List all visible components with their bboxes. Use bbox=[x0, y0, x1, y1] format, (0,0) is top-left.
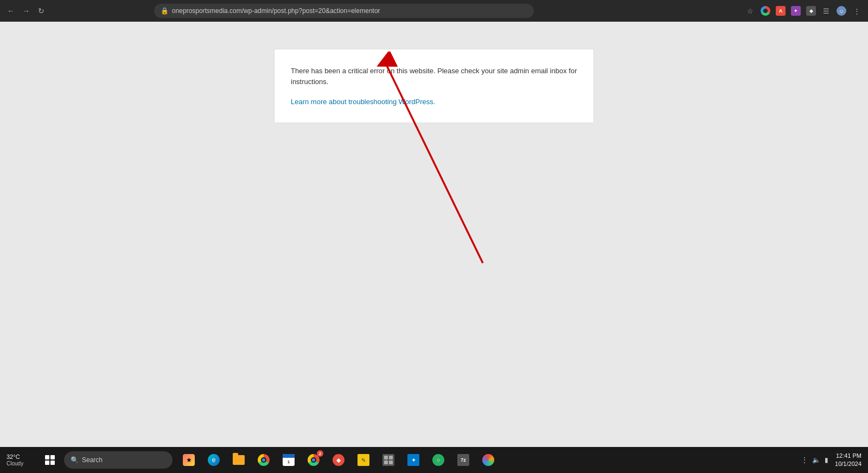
taskbar-app-last[interactable] bbox=[476, 447, 500, 473]
ext-icon-dark[interactable]: ◆ bbox=[805, 5, 817, 17]
content-area: There has been a critical error on this … bbox=[0, 22, 868, 447]
error-box: There has been a critical error on this … bbox=[274, 49, 594, 123]
search-label: Search bbox=[82, 456, 103, 464]
troubleshoot-link[interactable]: Learn more about troubleshooting WordPre… bbox=[291, 98, 435, 106]
taskbar-system-icons: ⋮ 🔈 ▮ bbox=[801, 456, 828, 464]
chrome-circle-icon[interactable] bbox=[760, 5, 771, 17]
user-avatar[interactable]: ☺ bbox=[835, 5, 847, 17]
taskbar-app-wave[interactable]: ○ bbox=[426, 447, 450, 473]
weather-desc: Cloudy bbox=[7, 461, 23, 466]
address-bar[interactable]: 🔒 oneprosportsmedia.com/wp-admin/post.ph… bbox=[154, 4, 534, 18]
taskbar-app-grid[interactable] bbox=[376, 447, 400, 473]
taskbar-app-chrome2[interactable]: 2 bbox=[302, 447, 326, 473]
lock-icon: 🔒 bbox=[161, 7, 169, 15]
forward-button[interactable]: → bbox=[21, 5, 31, 16]
network-icon[interactable]: ⋮ bbox=[801, 456, 808, 464]
taskbar-app-vscode[interactable]: ✦ bbox=[401, 447, 425, 473]
taskbar-app-notes[interactable]: ✎ bbox=[352, 447, 375, 473]
taskbar-app-calendar[interactable]: 1 bbox=[277, 447, 301, 473]
taskbar-weather: 32°C Cloudy bbox=[0, 453, 38, 466]
ext-icon-purple[interactable]: ✦ bbox=[790, 5, 802, 17]
search-icon: 🔍 bbox=[71, 456, 79, 464]
volume-icon[interactable]: 🔈 bbox=[812, 456, 820, 464]
time-display: 12:41 PM bbox=[835, 452, 861, 460]
extensions-icon[interactable]: ☰ bbox=[820, 5, 832, 17]
windows-logo-icon bbox=[45, 455, 55, 465]
taskbar-app-edge[interactable]: e bbox=[202, 447, 226, 473]
weather-temp: 32°C bbox=[7, 453, 20, 460]
taskbar-app-red[interactable]: ◆ bbox=[327, 447, 350, 473]
reload-button[interactable]: ↻ bbox=[36, 5, 47, 16]
taskbar-app-icons: ★ e 1 2 bbox=[177, 447, 500, 473]
date-display: 10/1/2024 bbox=[835, 460, 861, 468]
taskbar-clock[interactable]: 12:41 PM 10/1/2024 bbox=[835, 452, 861, 469]
taskbar-app-7zip[interactable]: 7z bbox=[451, 447, 475, 473]
browser-actions: ☆ A ✦ ◆ ☰ ☺ ⋮ bbox=[744, 5, 863, 17]
menu-dots-icon[interactable]: ⋮ bbox=[851, 5, 863, 17]
ext-icon-red[interactable]: A bbox=[775, 5, 787, 17]
bookmark-icon[interactable]: ☆ bbox=[744, 5, 756, 17]
taskbar-app-files[interactable] bbox=[227, 447, 251, 473]
back-button[interactable]: ← bbox=[5, 5, 16, 16]
taskbar-right: ⋮ 🔈 ▮ 12:41 PM 10/1/2024 bbox=[801, 452, 868, 469]
start-button[interactable] bbox=[38, 447, 62, 473]
taskbar: 32°C Cloudy 🔍 Search ★ e bbox=[0, 447, 868, 473]
url-text: oneprosportsmedia.com/wp-admin/post.php?… bbox=[172, 7, 380, 15]
taskbar-app-chrome[interactable] bbox=[252, 447, 276, 473]
browser-chrome: ← → ↻ 🔒 oneprosportsmedia.com/wp-admin/p… bbox=[0, 0, 868, 22]
error-message: There has been a critical error on this … bbox=[291, 66, 577, 87]
battery-icon[interactable]: ▮ bbox=[825, 456, 828, 464]
taskbar-search[interactable]: 🔍 Search bbox=[64, 451, 173, 469]
taskbar-app-colorful1[interactable]: ★ bbox=[177, 447, 201, 473]
notification-badge: 2 bbox=[317, 450, 323, 457]
